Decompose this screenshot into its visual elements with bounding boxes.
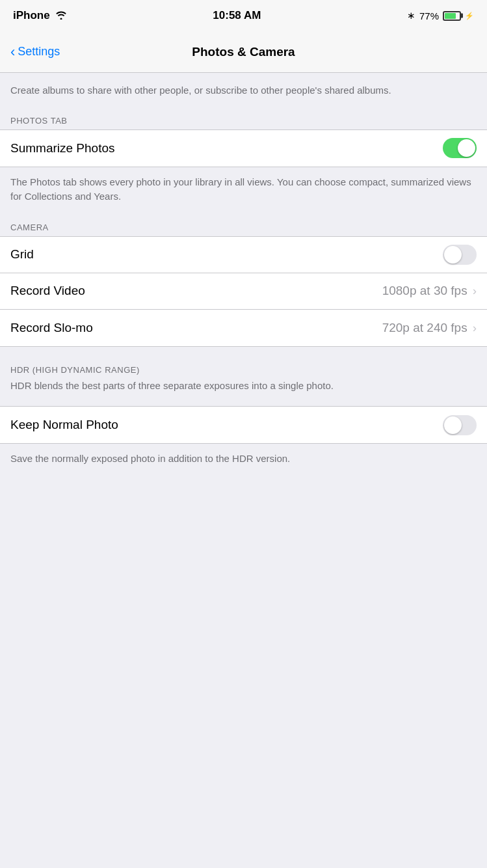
back-chevron-icon: ‹: [10, 45, 15, 59]
record-video-row[interactable]: Record Video 1080p at 30 fps ›: [0, 273, 487, 310]
keep-normal-photo-row: Keep Normal Photo: [0, 407, 487, 443]
bluetooth-icon: ∗: [407, 10, 415, 21]
record-video-chevron-icon: ›: [473, 284, 477, 298]
status-right: ∗ 77% ⚡: [407, 10, 474, 21]
record-slomo-value: 720p at 240 fps: [382, 321, 467, 335]
hdr-group: Keep Normal Photo: [0, 406, 487, 444]
battery-percentage: 77%: [419, 10, 439, 21]
summarize-photos-label: Summarize Photos: [10, 141, 443, 156]
icloud-description: Create albums to share with other people…: [0, 73, 487, 111]
photos-tab-group: Summarize Photos: [0, 129, 487, 167]
keep-normal-description: Save the normally exposed photo in addit…: [0, 444, 487, 480]
hdr-description: HDR blends the best parts of three separ…: [0, 379, 487, 407]
device-name: iPhone: [13, 9, 50, 22]
record-slomo-chevron-icon: ›: [473, 321, 477, 335]
record-video-label: Record Video: [10, 284, 382, 298]
record-slomo-label: Record Slo-mo: [10, 321, 382, 335]
page-title: Photos & Camera: [192, 45, 295, 59]
summarize-photos-toggle[interactable]: [443, 138, 477, 158]
grid-label: Grid: [10, 247, 443, 262]
back-button[interactable]: ‹ Settings: [10, 45, 60, 59]
keep-normal-photo-label: Keep Normal Photo: [10, 418, 443, 432]
toggle-knob: [458, 139, 475, 157]
grid-toggle[interactable]: [443, 245, 477, 265]
camera-group: Grid Record Video 1080p at 30 fps › Reco…: [0, 236, 487, 347]
nav-bar: ‹ Settings Photos & Camera: [0, 31, 487, 73]
record-video-value: 1080p at 30 fps: [382, 284, 467, 298]
camera-header: CAMERA: [0, 217, 487, 236]
charging-icon: ⚡: [465, 12, 474, 20]
battery-icon: [443, 11, 461, 21]
status-bar: iPhone 10:58 AM ∗ 77% ⚡: [0, 0, 487, 31]
status-time: 10:58 AM: [213, 9, 261, 22]
summarize-photos-row: Summarize Photos: [0, 130, 487, 167]
photos-tab-description: The Photos tab shows every photo in your…: [0, 167, 487, 217]
wifi-icon: [55, 10, 67, 21]
toggle-knob: [444, 246, 462, 264]
keep-normal-photo-toggle[interactable]: [443, 415, 477, 435]
record-slomo-row[interactable]: Record Slo-mo 720p at 240 fps ›: [0, 310, 487, 346]
hdr-header: HDR (HIGH DYNAMIC RANGE): [0, 360, 487, 379]
photos-tab-header: PHOTOS TAB: [0, 111, 487, 129]
grid-row: Grid: [0, 237, 487, 273]
back-label: Settings: [18, 45, 60, 59]
toggle-knob: [444, 416, 462, 434]
hdr-spacer: [0, 347, 487, 360]
